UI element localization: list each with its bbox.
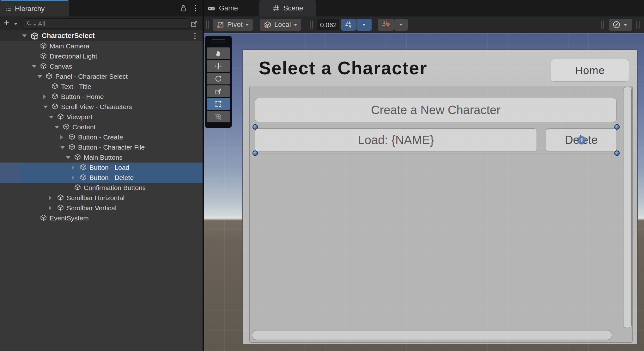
- selection-handle-top-right[interactable]: [614, 124, 620, 130]
- scene-viewport[interactable]: Select a Character Home Create a New Cha…: [204, 33, 644, 351]
- gameobject-cube-icon: [51, 83, 58, 91]
- scene-camera-dropdown[interactable]: [609, 19, 632, 31]
- scene-kebab-icon[interactable]: [191, 32, 199, 41]
- selection-handle-top-left[interactable]: [252, 124, 258, 130]
- gameobject-cube-icon: [57, 194, 64, 202]
- grid-snap-button[interactable]: [378, 19, 394, 31]
- selection-handle-bottom-right[interactable]: [614, 151, 620, 156]
- lock-icon[interactable]: [179, 4, 188, 14]
- expand-arrow[interactable]: [55, 126, 63, 129]
- hierarchy-row-label: Button - Home: [61, 93, 104, 101]
- hand-tool-button[interactable]: [207, 47, 230, 59]
- scene-root-expand-arrow[interactable]: [22, 34, 27, 37]
- gameobject-cube-icon: [46, 72, 53, 81]
- grid-snap-dropdown[interactable]: [394, 19, 408, 31]
- orientation-dropdown[interactable]: Local: [260, 19, 301, 31]
- gameobject-cube-icon: [68, 133, 76, 142]
- tab-game[interactable]: Game: [207, 0, 238, 16]
- search-input[interactable]: [37, 20, 173, 28]
- expand-arrow[interactable]: [72, 165, 80, 170]
- hierarchy-row-label: Scrollbar Horizontal: [67, 194, 125, 202]
- hierarchy-row[interactable]: Text - Title: [0, 82, 203, 92]
- expand-arrow[interactable]: [72, 176, 80, 180]
- hierarchy-row[interactable]: Button - Delete: [0, 173, 203, 183]
- selection-handle-bottom-left[interactable]: [252, 151, 258, 156]
- characters-scroll-view: Create a New Character Load: {NAME} Dele…: [249, 86, 633, 343]
- rect-transform-tool-button[interactable]: [207, 98, 230, 110]
- gameobject-cube-icon: [74, 184, 81, 192]
- create-character-button[interactable]: Create a New Character: [255, 98, 617, 122]
- hierarchy-row[interactable]: Canvas: [0, 61, 203, 71]
- hand-icon: [214, 49, 222, 58]
- hierarchy-row[interactable]: Main Camera: [0, 41, 203, 51]
- hierarchy-row[interactable]: Viewport: [0, 112, 203, 122]
- scale-tool-button[interactable]: [207, 85, 230, 97]
- orientation-label: Local: [274, 21, 291, 29]
- horizontal-scrollbar[interactable]: [252, 330, 612, 340]
- rotate-icon: [214, 75, 222, 83]
- tab-hierarchy-label: Hierarchy: [15, 5, 45, 13]
- load-button[interactable]: Load: {NAME}: [255, 128, 537, 152]
- pivot-indicator[interactable]: [578, 136, 586, 144]
- hierarchy-tree: CharacterSelect Main Camera Directional …: [0, 30, 203, 351]
- expand-arrow[interactable]: [60, 135, 68, 139]
- toolbar-drag-handle[interactable]: [636, 21, 640, 29]
- expand-arrow[interactable]: [43, 95, 51, 99]
- scene-root-row[interactable]: CharacterSelect: [0, 30, 203, 41]
- hierarchy-row[interactable]: Directional Light: [0, 51, 203, 61]
- pivot-mode-dropdown[interactable]: Pivot: [213, 19, 253, 31]
- tab-game-label: Game: [219, 4, 238, 12]
- grid-axis-icon: Y: [344, 20, 353, 29]
- hierarchy-row[interactable]: Content: [0, 122, 203, 132]
- hierarchy-row[interactable]: Button - Character File: [0, 142, 203, 152]
- grid-size-field[interactable]: 0.062: [317, 19, 339, 30]
- toolbar-drag-handle[interactable]: [601, 21, 605, 29]
- hierarchy-row[interactable]: Button - Home: [0, 92, 203, 102]
- expand-arrow[interactable]: [38, 75, 46, 78]
- move-tool-button[interactable]: [207, 60, 230, 72]
- hierarchy-row[interactable]: Button - Create: [0, 132, 203, 142]
- add-object-dropdown-caret[interactable]: [14, 23, 18, 25]
- grid-visibility-dropdown[interactable]: [356, 19, 372, 31]
- rotate-tool-button[interactable]: [207, 73, 230, 84]
- scene-root-name: CharacterSelect: [42, 32, 95, 40]
- hierarchy-row[interactable]: Button - Load: [0, 163, 203, 173]
- hierarchy-row-label: Content: [72, 123, 96, 131]
- hierarchy-row[interactable]: Panel - Character Select: [0, 71, 203, 82]
- chevron-down-icon: [294, 24, 297, 26]
- tab-scene[interactable]: Scene: [259, 0, 316, 16]
- hierarchy-row[interactable]: Confirmation Buttons: [0, 183, 203, 193]
- home-button[interactable]: Home: [551, 59, 629, 82]
- hierarchy-search-field[interactable]: [23, 18, 189, 29]
- expand-arrow[interactable]: [49, 196, 57, 200]
- expand-arrow[interactable]: [66, 156, 74, 159]
- chevron-down-icon: [362, 24, 366, 26]
- hierarchy-row[interactable]: Scrollbar Vertical: [0, 203, 203, 213]
- search-filter-caret[interactable]: [33, 24, 36, 26]
- expand-arrow[interactable]: [49, 116, 57, 119]
- expand-arrow[interactable]: [43, 106, 51, 108]
- chevron-down-icon: [399, 24, 403, 26]
- transform-tool-button[interactable]: [207, 111, 230, 122]
- toolbar-drag-handle[interactable]: [206, 21, 210, 29]
- expand-arrow[interactable]: [32, 65, 40, 68]
- hierarchy-menu-kebab-icon[interactable]: [191, 4, 200, 14]
- hierarchy-row[interactable]: Scrollbar Horizontal: [0, 193, 203, 203]
- hierarchy-row[interactable]: Main Buttons: [0, 152, 203, 163]
- snap-magnet-icon: [381, 20, 390, 29]
- expand-arrow[interactable]: [49, 206, 57, 210]
- unity-scene-icon: [31, 32, 39, 41]
- expand-arrow[interactable]: [60, 146, 68, 149]
- add-object-button[interactable]: +: [4, 17, 9, 29]
- grid-visibility-button[interactable]: Y: [341, 19, 356, 31]
- vertical-scrollbar[interactable]: [623, 87, 632, 328]
- hierarchy-row[interactable]: EventSystem: [0, 213, 203, 223]
- hierarchy-row-label: Scroll View - Characters: [61, 103, 132, 111]
- gameobject-cube-icon: [63, 123, 70, 132]
- gameobject-cube-icon: [80, 163, 87, 172]
- open-new-window-icon[interactable]: [190, 19, 199, 28]
- unity-editor-window: Hierarchy Game Scene +: [0, 0, 644, 351]
- tab-hierarchy[interactable]: Hierarchy: [0, 0, 69, 16]
- palette-drag-handle[interactable]: [212, 40, 225, 44]
- hierarchy-row[interactable]: Scroll View - Characters: [0, 102, 203, 112]
